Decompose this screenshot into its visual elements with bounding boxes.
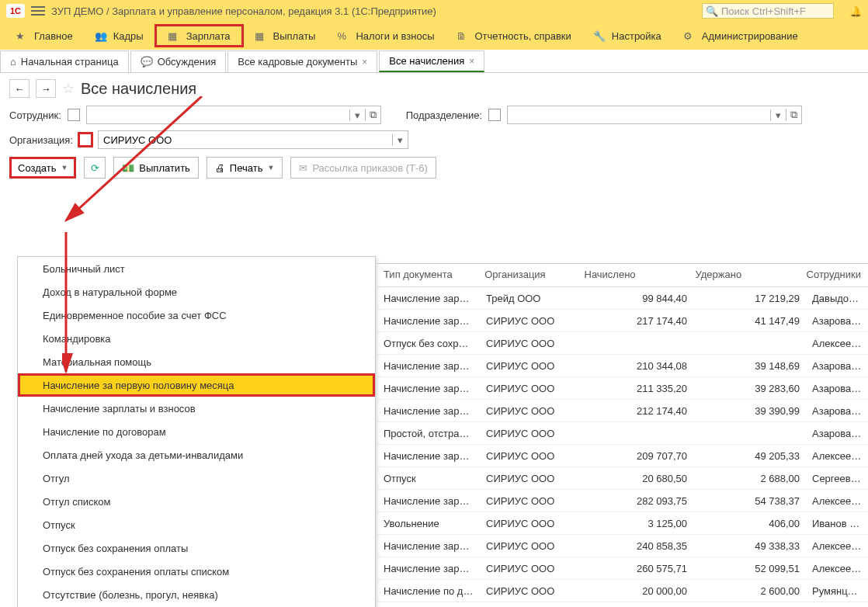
table-row[interactable]: Начисление зарп…Трейд ООО99 844,4017 219… (377, 287, 868, 310)
cell: 20 000,00 (581, 585, 693, 597)
create-button[interactable]: Создать ▼ (9, 157, 76, 179)
table-row[interactable]: УвольнениеСИРИУС ООО3 125,00406,00Иванов… (377, 512, 868, 535)
column-header[interactable]: Тип документа (377, 264, 478, 286)
table-row[interactable]: Начисление зарп…СИРИУС ООО282 093,7554 7… (377, 490, 868, 512)
cell: Сергеев Па (806, 473, 868, 484)
cell: СИРИУС ООО (480, 383, 581, 394)
cell: Румянцев А (806, 585, 868, 597)
department-select[interactable]: ▾⧉ (507, 106, 802, 124)
dd-item[interactable]: Командировка (18, 327, 375, 350)
refresh-button[interactable]: ⟳ (84, 157, 106, 179)
nav-back[interactable]: ← (9, 79, 30, 98)
table-row[interactable]: Начисление по д…СИРИУС ООО20 000,002 600… (377, 580, 868, 602)
cell: Азарова А. (806, 360, 868, 372)
money-icon: 💵 (122, 162, 134, 174)
column-header[interactable]: Организация (478, 264, 578, 286)
cell: СИРИУС ООО (480, 315, 581, 327)
dd-item[interactable]: Единовременное пособие за счет ФСС (18, 304, 375, 327)
table-row[interactable]: Начисление зарп…СИРИУС ООО217 174,4041 1… (377, 310, 868, 332)
cell: 39 283,60 (693, 383, 806, 394)
dd-item[interactable]: Отпуск без сохранения оплаты списком (18, 560, 375, 583)
star-icon: ★ (16, 30, 28, 41)
table-row[interactable]: Простой, отстран…СИРИУС ОООАзарова А. (377, 422, 868, 445)
tab-Все кадровые документы[interactable]: Все кадровые документы× (227, 50, 377, 72)
bell-icon[interactable]: 🔔 (849, 5, 862, 17)
table-row[interactable]: Больничный листСИРИУС ОООАлексеева (377, 602, 868, 607)
menu-Отчетность, справки[interactable]: 🗎Отчетность, справки (446, 24, 582, 47)
dd-item[interactable]: Отпуск без сохранения оплаты (18, 536, 375, 560)
cell: Азарова А. (806, 383, 868, 394)
department-checkbox[interactable] (488, 109, 501, 121)
dropdown-icon[interactable]: ▾ (392, 134, 408, 146)
table-row[interactable]: Начисление зарп…СИРИУС ООО210 344,0839 1… (377, 355, 868, 377)
dd-item[interactable]: Отпуск (18, 513, 375, 536)
dd-item[interactable]: Начисление по договорам (18, 420, 375, 443)
menu-label: Выплаты (273, 30, 316, 42)
cell: Начисление зарп… (377, 405, 480, 417)
open-icon[interactable]: ⧉ (365, 109, 380, 121)
org-select[interactable]: СИРИУС ООО ▾ (98, 130, 408, 149)
tab-Все начисления[interactable]: Все начисления× (379, 50, 484, 72)
table-row[interactable]: Отпуск без сохр…СИРИУС ОООАлексеева (377, 332, 868, 355)
dd-item[interactable]: Отгул списком (18, 490, 375, 513)
cell: Трейд ООО (480, 293, 581, 304)
cell: 49 338,33 (693, 540, 806, 552)
cell: Алексеева (806, 563, 868, 574)
menu-Главное[interactable]: ★Главное (5, 24, 84, 47)
tab-Начальная страница[interactable]: ⌂Начальная страница (0, 50, 129, 72)
cell: СИРИУС ООО (480, 473, 581, 484)
pay-label: Выплатить (139, 162, 190, 174)
dd-item[interactable]: Начисление зарплаты и взносов (18, 397, 375, 420)
menu-Налоги и взносы[interactable]: %Налоги и взносы (326, 24, 445, 47)
employee-select[interactable]: ▾⧉ (86, 106, 381, 124)
tab-Обсуждения[interactable]: 💬Обсуждения (130, 50, 227, 72)
cell: 52 099,51 (693, 563, 806, 574)
menu-Зарплата[interactable]: ▦Зарплата (155, 24, 244, 47)
column-header[interactable]: Удержано (689, 264, 800, 286)
table-row[interactable]: Начисление зарп…СИРИУС ООО260 575,7152 0… (377, 557, 868, 580)
mail-button[interactable]: ✉ Рассылка приказов (Т-6) (290, 157, 436, 179)
close-icon[interactable]: × (469, 56, 474, 67)
table-row[interactable]: ОтпускСИРИУС ООО20 680,502 688,00Сергеев… (377, 467, 868, 490)
menu-Настройка[interactable]: 🔧Настройка (582, 24, 672, 47)
chat-icon: 💬 (141, 56, 153, 68)
cell: Давыдов Д (806, 293, 868, 304)
org-checkbox highlighted[interactable] (79, 134, 92, 146)
nav-forward[interactable]: → (36, 79, 56, 98)
menu-label: Главное (34, 30, 73, 42)
dd-item[interactable]: Оплата дней ухода за детьми-инвалидами (18, 443, 375, 467)
dd-item[interactable]: Доход в натуральной форме (18, 280, 375, 304)
dd-item[interactable]: Отгул (18, 467, 375, 490)
column-header[interactable]: Сотрудники (800, 264, 868, 286)
hamburger-icon[interactable] (31, 6, 45, 16)
open-icon[interactable]: ⧉ (786, 109, 801, 121)
table-row[interactable]: Начисление зарп…СИРИУС ООО209 707,7049 2… (377, 445, 868, 467)
dropdown-icon[interactable]: ▾ (770, 109, 786, 121)
print-button[interactable]: 🖨 Печать ▼ (207, 157, 283, 179)
dd-item[interactable]: Материальная помощь (18, 350, 375, 373)
tab-label: Все начисления (389, 55, 464, 67)
cell: Начисление зарп… (377, 495, 480, 507)
favorite-star-icon[interactable]: ☆ (62, 80, 75, 97)
cell: Алексеева (806, 450, 868, 462)
menu-Администрирование[interactable]: ⚙Администрирование (672, 24, 809, 47)
dd-item[interactable]: Отсутствие (болезнь, прогул, неявка) (18, 583, 375, 606)
dd-item[interactable]: Начисление за первую половину месяца (18, 373, 375, 397)
menu-Выплаты[interactable]: ▦Выплаты (244, 24, 327, 47)
global-search[interactable]: 🔍 Поиск Ctrl+Shift+F (702, 3, 834, 19)
column-header[interactable]: Начислено (578, 264, 689, 286)
table-row[interactable]: Начисление зарп…СИРИУС ООО240 858,3549 3… (377, 535, 868, 557)
pay-button[interactable]: 💵 Выплатить (113, 157, 199, 179)
cell: 211 335,20 (581, 383, 693, 394)
cell: Начисление зарп… (377, 293, 480, 304)
cell: Алексеева (806, 540, 868, 552)
dropdown-icon[interactable]: ▾ (349, 109, 365, 121)
employee-checkbox[interactable] (68, 109, 80, 121)
table-row[interactable]: Начисление зарп…СИРИУС ООО212 174,4039 3… (377, 400, 868, 422)
cell: Начисление зарп… (377, 360, 480, 372)
dd-item[interactable]: Больничный лист (18, 257, 375, 280)
people-icon: 👥 (95, 30, 107, 41)
table-row[interactable]: Начисление зарп…СИРИУС ООО211 335,2039 2… (377, 377, 868, 400)
close-icon[interactable]: × (362, 57, 367, 68)
menu-Кадры[interactable]: 👥Кадры (84, 24, 155, 47)
